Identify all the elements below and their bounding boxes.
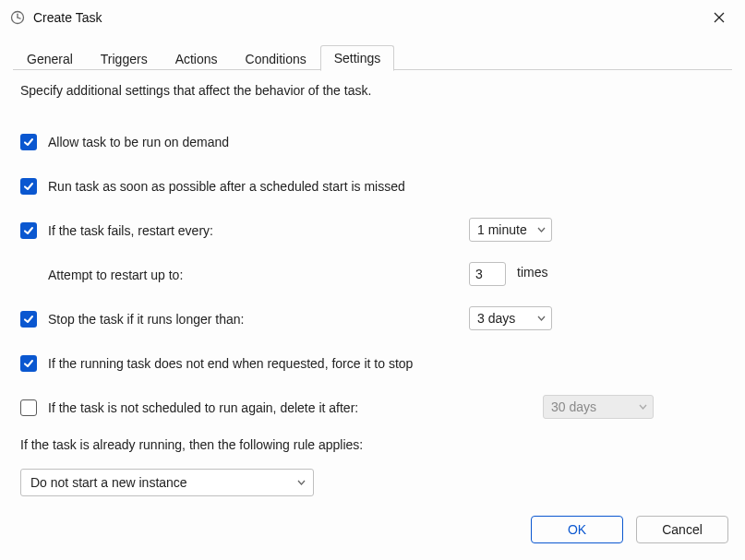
ok-button[interactable]: OK (531, 516, 623, 543)
svg-line-2 (18, 18, 20, 18)
row-restart-if-fails: If the task fails, restart every: 1 minu… (20, 220, 725, 242)
checkbox-run-asap[interactable] (20, 178, 37, 195)
checkbox-force-stop[interactable] (20, 355, 37, 372)
label-delete-after: If the task is not scheduled to run agai… (48, 400, 358, 415)
row-stop-long: Stop the task if it runs longer than: 3 … (20, 308, 725, 330)
check-icon (23, 358, 34, 369)
row-attempt-restart: Attempt to restart up to: 3 times (20, 264, 725, 286)
check-icon (23, 181, 34, 192)
input-attempt-count[interactable]: 3 (469, 262, 506, 286)
tab-label: Settings (334, 51, 381, 66)
button-label: OK (568, 522, 586, 537)
check-icon (23, 225, 34, 236)
combo-restart-interval[interactable]: 1 minute (469, 218, 552, 242)
label-attempt-restart: Attempt to restart up to: (48, 268, 183, 282)
tab-conditions[interactable]: Conditions (232, 46, 320, 71)
combo-instance-rule[interactable]: Do not start a new instance (20, 469, 314, 496)
window-title: Create Task (33, 10, 102, 25)
close-icon (714, 12, 725, 23)
settings-panel: Specify additional settings that affect … (13, 70, 732, 503)
button-label: Cancel (662, 522, 703, 537)
combo-delete-after: 30 days (543, 395, 654, 419)
cancel-button[interactable]: Cancel (636, 516, 728, 543)
checkbox-stop-long[interactable] (20, 311, 37, 328)
intro-text: Specify additional settings that affect … (20, 83, 725, 98)
combo-value: 1 minute (477, 222, 527, 237)
tab-label: Triggers (101, 52, 148, 66)
tab-label: Conditions (246, 52, 306, 66)
chevron-down-icon (297, 480, 306, 485)
chevron-down-icon (639, 404, 647, 410)
tab-label: Actions (175, 52, 218, 66)
tab-settings[interactable]: Settings (320, 45, 395, 71)
chevron-down-icon (537, 316, 546, 321)
app-icon (9, 9, 26, 26)
label-run-asap: Run task as soon as possible after a sch… (48, 179, 405, 194)
label-allow-on-demand: Allow task to be run on demand (48, 135, 229, 149)
combo-value: 30 days (551, 399, 596, 414)
row-force-stop: If the running task does not end when re… (20, 352, 725, 375)
row-allow-on-demand: Allow task to be run on demand (20, 131, 725, 153)
combo-stop-duration[interactable]: 3 days (469, 306, 552, 330)
tabs: General Triggers Actions Conditions Sett… (13, 42, 732, 70)
rule-text: If the task is already running, then the… (20, 437, 725, 452)
label-restart-if-fails: If the task fails, restart every: (48, 223, 213, 238)
checkbox-allow-on-demand[interactable] (20, 134, 37, 150)
check-icon (23, 314, 34, 325)
tab-actions[interactable]: Actions (162, 46, 232, 71)
label-force-stop: If the running task does not end when re… (48, 356, 413, 371)
combo-value: Do not start a new instance (30, 475, 187, 490)
dialog-footer: OK Cancel (0, 503, 745, 560)
tab-label: General (27, 52, 73, 66)
label-stop-long: Stop the task if it runs longer than: (48, 312, 244, 327)
row-run-asap: Run task as soon as possible after a sch… (20, 175, 725, 197)
label-times: times (517, 265, 547, 280)
row-delete-after: If the task is not scheduled to run agai… (20, 397, 725, 419)
checkbox-restart-if-fails[interactable] (20, 222, 37, 239)
input-value: 3 (475, 267, 483, 281)
titlebar: Create Task (0, 0, 745, 35)
tab-general[interactable]: General (13, 46, 87, 71)
checkbox-delete-after[interactable] (20, 399, 37, 416)
tab-triggers[interactable]: Triggers (87, 46, 162, 71)
check-icon (23, 137, 34, 148)
combo-value: 3 days (477, 311, 515, 326)
close-button[interactable] (701, 4, 738, 31)
chevron-down-icon (537, 227, 546, 232)
